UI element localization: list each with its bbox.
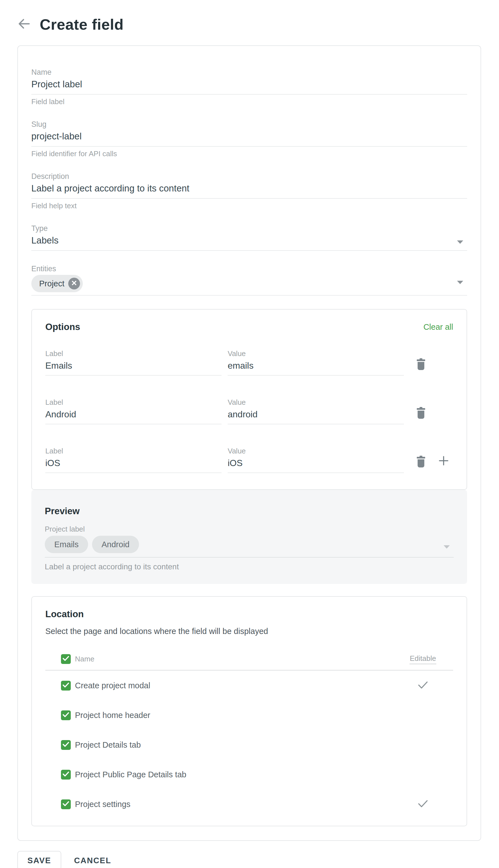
preview-labels-select: Emails Android xyxy=(45,536,454,558)
description-field-group: Description Label a project according to… xyxy=(31,172,467,210)
location-subtitle: Select the page and locations where the … xyxy=(45,627,453,636)
option-rows: Label Emails Value emails xyxy=(45,349,453,473)
location-table: Name Editable Create project modal xyxy=(45,648,453,819)
type-select-value: Labels xyxy=(31,235,59,246)
option-value-caption: Value xyxy=(228,447,404,455)
option-label-caption: Label xyxy=(45,349,221,358)
options-title: Options xyxy=(45,321,80,333)
option-row: Label iOS Value iOS xyxy=(45,447,453,473)
arrow-left-icon xyxy=(18,19,30,30)
options-section: Options Clear all Label Emails Value ema… xyxy=(31,309,467,490)
name-field-helper: Field label xyxy=(31,97,467,106)
location-checkbox[interactable] xyxy=(61,740,71,750)
slug-field-label: Slug xyxy=(31,120,467,129)
slug-field-helper: Field identifier for API calls xyxy=(31,150,467,158)
plus-icon xyxy=(439,456,449,467)
type-select[interactable]: Labels xyxy=(31,233,467,251)
clear-all-link[interactable]: Clear all xyxy=(424,321,453,333)
trash-icon xyxy=(417,407,425,420)
entity-chip-label: Project xyxy=(39,279,64,288)
option-value-caption: Value xyxy=(228,349,404,358)
description-input[interactable]: Label a project according to its content xyxy=(31,181,467,199)
check-icon xyxy=(63,801,69,808)
location-checkbox[interactable] xyxy=(61,799,71,809)
location-row-name: Project settings xyxy=(75,800,130,809)
option-value-input[interactable]: android xyxy=(228,406,404,424)
preview-chip: Android xyxy=(92,536,139,553)
location-row: Project Public Page Details tab xyxy=(45,760,453,789)
check-icon xyxy=(63,742,69,748)
preview-field-label: Project label xyxy=(45,525,454,534)
column-header-editable: Editable xyxy=(410,654,436,664)
location-row: Project home header xyxy=(45,700,453,730)
preview-title: Preview xyxy=(45,506,454,517)
location-row-name: Project Details tab xyxy=(75,740,141,749)
create-field-page: Create field Name Project label Field la… xyxy=(0,0,499,868)
location-checkbox[interactable] xyxy=(61,710,71,720)
option-label-input[interactable]: iOS xyxy=(45,455,221,473)
page-title: Create field xyxy=(40,16,124,33)
trash-icon xyxy=(417,456,425,468)
editable-check-icon xyxy=(418,800,428,809)
type-field-label: Type xyxy=(31,224,467,233)
entity-chip-project: Project xyxy=(31,275,83,292)
slug-field-group: Slug project-label Field identifier for … xyxy=(31,120,467,158)
check-icon xyxy=(63,682,69,689)
chevron-down-icon xyxy=(443,545,450,549)
cancel-button[interactable]: CANCEL xyxy=(71,851,114,868)
page-header: Create field xyxy=(0,0,499,33)
option-row: Label Emails Value emails xyxy=(45,349,453,376)
trash-icon xyxy=(417,358,425,371)
location-row-name: Create project modal xyxy=(75,681,150,690)
description-field-helper: Field help text xyxy=(31,202,467,210)
type-field-group: Type Labels xyxy=(31,224,467,251)
preview-helper-text: Label a project according to its content xyxy=(45,562,454,572)
location-row: Project settings xyxy=(45,789,453,819)
preview-section: Preview Project label Emails Android Lab… xyxy=(31,490,467,584)
name-input[interactable]: Project label xyxy=(31,77,467,95)
chevron-down-icon xyxy=(457,240,463,244)
delete-option-button[interactable] xyxy=(417,407,425,420)
option-value-input[interactable]: iOS xyxy=(228,455,404,473)
entities-select[interactable]: Project xyxy=(31,273,467,296)
location-checkbox[interactable] xyxy=(61,770,71,780)
name-field-label: Name xyxy=(31,68,467,77)
option-value-caption: Value xyxy=(228,398,404,406)
select-all-checkbox[interactable] xyxy=(61,654,71,664)
slug-input[interactable]: project-label xyxy=(31,129,467,147)
entities-field-label: Entities xyxy=(31,264,467,273)
form-actions: SAVE CANCEL xyxy=(17,851,481,868)
location-row-name: Project Public Page Details tab xyxy=(75,770,186,779)
location-row: Project Details tab xyxy=(45,730,453,760)
option-label-caption: Label xyxy=(45,447,221,455)
option-label-caption: Label xyxy=(45,398,221,406)
check-icon xyxy=(63,771,69,778)
delete-option-button[interactable] xyxy=(417,456,425,468)
check-icon xyxy=(63,656,69,662)
delete-option-button[interactable] xyxy=(417,358,425,371)
location-table-header: Name Editable xyxy=(45,648,453,671)
entities-field-group: Entities Project xyxy=(31,264,467,296)
option-label-input[interactable]: Emails xyxy=(45,358,221,376)
column-header-name: Name xyxy=(75,655,94,663)
location-row-name: Project home header xyxy=(75,711,150,720)
description-field-label: Description xyxy=(31,172,467,181)
option-label-input[interactable]: Android xyxy=(45,406,221,424)
editable-check-icon xyxy=(418,681,428,690)
back-button[interactable] xyxy=(17,17,31,31)
add-option-button[interactable] xyxy=(439,456,449,467)
check-icon xyxy=(63,712,69,718)
name-field-group: Name Project label Field label xyxy=(31,68,467,106)
close-icon xyxy=(71,280,77,287)
save-button[interactable]: SAVE xyxy=(17,851,61,868)
location-title: Location xyxy=(45,608,453,620)
option-row: Label Android Value android xyxy=(45,398,453,424)
location-section: Location Select the page and locations w… xyxy=(31,596,467,826)
create-field-form-card: Name Project label Field label Slug proj… xyxy=(17,45,481,841)
chevron-down-icon xyxy=(457,281,463,284)
option-value-input[interactable]: emails xyxy=(228,358,404,376)
location-row: Create project modal xyxy=(45,671,453,700)
location-checkbox[interactable] xyxy=(61,681,71,691)
remove-entity-button[interactable] xyxy=(68,278,80,289)
preview-chip: Emails xyxy=(45,536,88,553)
